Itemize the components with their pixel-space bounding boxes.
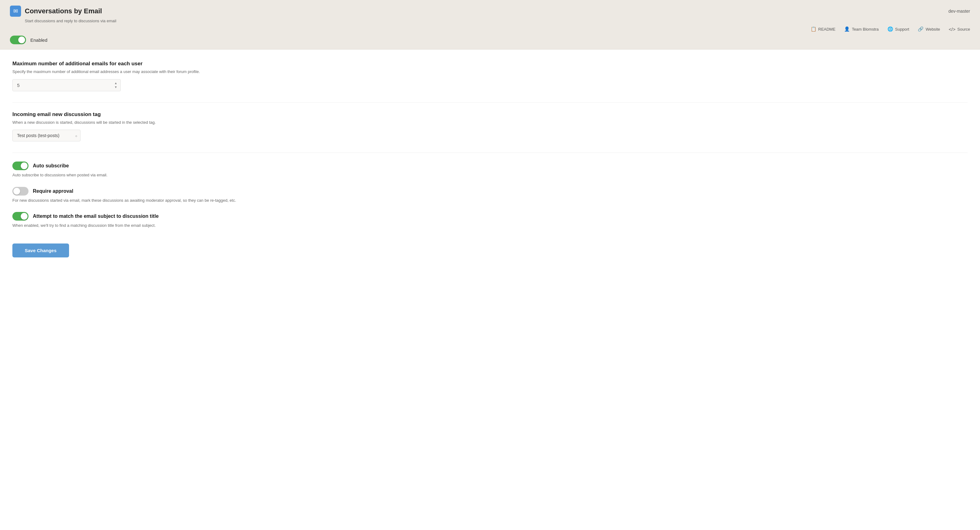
source-icon: </> — [949, 27, 956, 32]
auto-subscribe-label: Auto subscribe — [33, 163, 69, 169]
readme-label: README — [818, 27, 836, 32]
page-header: ✉ Conversations by Email dev-master Star… — [0, 0, 980, 49]
spinner-buttons: ▲ ▼ — [113, 81, 118, 89]
page-title: Conversations by Email — [25, 7, 102, 15]
website-icon: 🔗 — [918, 26, 924, 32]
website-link[interactable]: 🔗 Website — [918, 26, 940, 32]
readme-icon: 📋 — [811, 26, 816, 32]
require-approval-desc: For new discussions started via email, m… — [13, 197, 967, 203]
max-emails-title: Maximum number of additional emails for … — [13, 61, 967, 67]
source-link[interactable]: </> Source — [949, 27, 970, 32]
version-badge: dev-master — [948, 9, 970, 14]
incoming-tag-select[interactable]: Test posts (test-posts) General Announce… — [13, 130, 81, 141]
enabled-label: Enabled — [30, 37, 48, 43]
max-emails-input-container: ▲ ▼ — [13, 79, 121, 91]
plugin-icon: ✉ — [10, 6, 21, 17]
auto-subscribe-toggle[interactable] — [13, 162, 29, 170]
main-content: Maximum number of additional emails for … — [0, 49, 980, 530]
require-approval-toggle[interactable] — [13, 187, 29, 195]
max-emails-section: Maximum number of additional emails for … — [13, 61, 967, 91]
header-links: 📋 README 👤 Team Blomstra 🌐 Support 🔗 Web… — [10, 26, 970, 32]
save-button[interactable]: Save Changes — [13, 243, 69, 257]
team-label: Team Blomstra — [852, 27, 879, 32]
support-link[interactable]: 🌐 Support — [888, 26, 909, 32]
match-subject-toggle[interactable] — [13, 212, 29, 221]
match-subject-desc: When enabled, we'll try to find a matchi… — [13, 222, 967, 229]
enabled-toggle-row: Enabled — [10, 36, 970, 44]
require-approval-section: Require approval For new discussions sta… — [13, 187, 967, 203]
divider-2 — [13, 152, 967, 153]
website-label: Website — [926, 27, 940, 32]
spinner-down[interactable]: ▼ — [113, 86, 118, 89]
team-link[interactable]: 👤 Team Blomstra — [844, 26, 879, 32]
incoming-tag-section: Incoming email new discussion tag When a… — [13, 111, 967, 142]
require-approval-label: Require approval — [33, 189, 73, 194]
readme-link[interactable]: 📋 README — [811, 26, 836, 32]
match-subject-label: Attempt to match the email subject to di… — [33, 214, 159, 219]
incoming-tag-title: Incoming email new discussion tag — [13, 111, 967, 117]
match-subject-section: Attempt to match the email subject to di… — [13, 212, 967, 229]
support-icon: 🌐 — [888, 26, 893, 32]
team-icon: 👤 — [844, 26, 850, 32]
auto-subscribe-desc: Auto subscribe to discussions when poste… — [13, 172, 967, 178]
require-approval-title-row: Require approval — [13, 187, 967, 195]
max-emails-desc: Specify the maximum number of additional… — [13, 69, 967, 75]
auto-subscribe-title-row: Auto subscribe — [13, 162, 967, 170]
page-subtitle: Start discussions and reply to discussio… — [25, 19, 970, 23]
spinner-up[interactable]: ▲ — [113, 81, 118, 85]
incoming-tag-desc: When a new discussion is started, discus… — [13, 119, 967, 125]
match-subject-title-row: Attempt to match the email subject to di… — [13, 212, 967, 221]
support-label: Support — [895, 27, 909, 32]
enabled-toggle[interactable] — [10, 36, 26, 44]
incoming-tag-select-container: Test posts (test-posts) General Announce… — [13, 130, 81, 141]
max-emails-input[interactable] — [13, 79, 121, 91]
divider-1 — [13, 102, 967, 103]
auto-subscribe-section: Auto subscribe Auto subscribe to discuss… — [13, 162, 967, 178]
source-label: Source — [958, 27, 970, 32]
